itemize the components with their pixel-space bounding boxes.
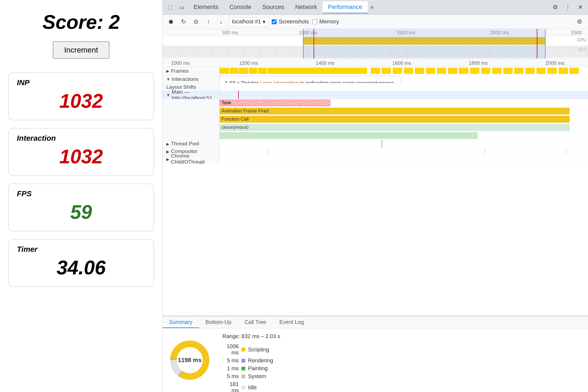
more-options-icon[interactable]: ⋮ [563,2,573,12]
idle-label: Idle [248,384,583,391]
chrome-child-icon[interactable] [166,156,169,162]
score-display: Score: 2 [42,11,120,33]
memory-label: Memory [319,19,339,25]
system-ms: 5 ms [222,373,239,379]
main-thread-expand-icon[interactable] [166,93,170,97]
timeline-selection[interactable] [303,29,546,59]
animation-frame-block[interactable]: Animation Frame Fired [220,108,569,114]
download-button[interactable]: ↓ [216,17,226,26]
interaction-block[interactable] [238,76,330,81]
range-text: Range: 832 ms – 2.03 s [222,333,583,339]
summary-legend: Range: 832 ms – 2.03 s 1006 ms Scripting… [217,328,588,392]
compositor-icon[interactable] [166,148,169,154]
ruler-detail-1800ms: 1800 ms [469,60,488,66]
main-thread-label[interactable]: Main — http://localhost:51 [163,91,220,99]
frame-block[interactable] [249,68,257,74]
clear-button[interactable]: ⊘ [191,17,201,26]
sub-task-label-1 [163,132,220,140]
frame-block[interactable] [492,68,501,74]
function-call-label [163,115,220,123]
tab-bottom-up[interactable]: Bottom-Up [199,317,238,328]
frame-block[interactable] [470,68,479,74]
donut-chart: 1198 ms [168,338,212,382]
frame-block[interactable] [371,68,380,74]
frame-block[interactable] [569,68,579,74]
frame-block[interactable] [415,68,424,74]
frame-block[interactable] [537,68,546,74]
more-tabs-icon[interactable]: » [368,2,376,13]
ruler-detail-1400ms: 1400 ms [316,60,335,66]
tab-network[interactable]: Network [290,1,323,13]
screenshots-checkbox[interactable] [272,19,277,24]
devtools-panel: ⬚ ▭ Elements Console Sources Network Per… [162,0,588,392]
frame-block[interactable] [382,68,391,74]
frame-block[interactable] [503,68,513,74]
frame-block-long[interactable] [268,68,367,74]
flame-chart-area[interactable]: Frames [163,67,588,316]
screenshots-label: Screenshots [279,19,309,25]
tab-sources[interactable]: Sources [257,1,290,13]
anonymous-text: (anonymous) [222,125,249,130]
bottom-tab-bar: Summary Bottom-Up Call Tree Event Log [163,316,588,328]
sub-anonymous-block[interactable] [220,132,477,139]
reload-record-button[interactable]: ↻ [179,17,188,26]
frame-block[interactable] [437,68,446,74]
bottom-content: 1198 ms Range: 832 ms – 2.03 s 1006 ms S… [163,328,588,392]
thread-pool-icon[interactable] [166,141,169,147]
frame-block[interactable] [525,68,535,74]
settings-icon[interactable]: ⚙ [550,2,560,12]
memory-group: Memory [312,19,339,25]
thread-pool-text: Thread Pool [171,141,199,147]
increment-button[interactable]: Increment [53,41,110,59]
frame-block[interactable] [426,68,435,74]
settings-gear-icon[interactable]: ⚙ [575,17,584,26]
anonymous-block[interactable]: (anonymous) [220,124,569,131]
url-dropdown[interactable]: localhost #1 ▾ [229,17,268,26]
frame-block[interactable] [404,68,413,74]
frame-block[interactable] [230,68,238,74]
frame-block[interactable] [559,68,568,74]
score-value: 2 [109,11,120,33]
function-call-block[interactable]: Function Call [220,116,569,122]
upload-button[interactable]: ↑ [204,17,213,26]
frame-block[interactable] [448,68,457,74]
frame-block[interactable] [393,68,402,74]
score-label: Score: [42,11,103,33]
url-dropdown-arrow: ▾ [263,19,265,25]
tab-event-log[interactable]: Event Log [273,317,310,328]
animation-frame-track: Animation Frame Fired [163,107,588,115]
function-call-content: Function Call [220,115,588,123]
frame-block[interactable] [514,68,523,74]
thread-pool-label[interactable]: Thread Pool [163,140,220,147]
record-button[interactable]: ⏺ [166,17,176,26]
compositor-track: Compositor [163,148,588,155]
chrome-child-label[interactable]: Chrome ChildIOThread [163,155,220,163]
compositor-tick-2 [485,150,485,154]
inspect-icon[interactable]: ⬚ [165,2,175,12]
device-icon[interactable]: ▭ [177,2,186,12]
overview-area[interactable]: 500 ms 1000 ms 1500 ms 2000 ms 2500 CPU … [163,29,588,59]
interactions-label[interactable]: Interactions [163,75,220,83]
tab-performance[interactable]: Performance [323,1,368,13]
tab-console[interactable]: Console [224,1,257,13]
task-block[interactable]: Task [220,100,330,106]
tab-call-tree[interactable]: Call Tree [238,317,273,328]
compositor-content [220,148,588,155]
inp-card: INP 1032 [8,72,154,120]
tab-elements[interactable]: Elements [188,1,224,13]
perf-toolbar: ⏺ ↻ ⊘ ↑ ↓ localhost #1 ▾ Screenshots Mem… [163,15,588,29]
memory-checkbox[interactable] [312,19,317,24]
frame-block[interactable] [481,68,491,74]
close-icon[interactable]: ✕ [575,2,585,12]
main-thread-content [220,91,588,99]
frame-block[interactable] [239,68,248,74]
frame-block[interactable] [258,68,267,74]
frame-block[interactable] [547,68,557,74]
interactions-expand-icon[interactable] [166,77,170,82]
tab-summary[interactable]: Summary [163,317,199,328]
frame-block[interactable] [459,68,468,74]
frames-label[interactable]: Frames [163,67,220,75]
task-content: Task [220,99,588,107]
frame-block[interactable] [220,68,229,74]
frames-expand-icon[interactable] [166,69,169,74]
